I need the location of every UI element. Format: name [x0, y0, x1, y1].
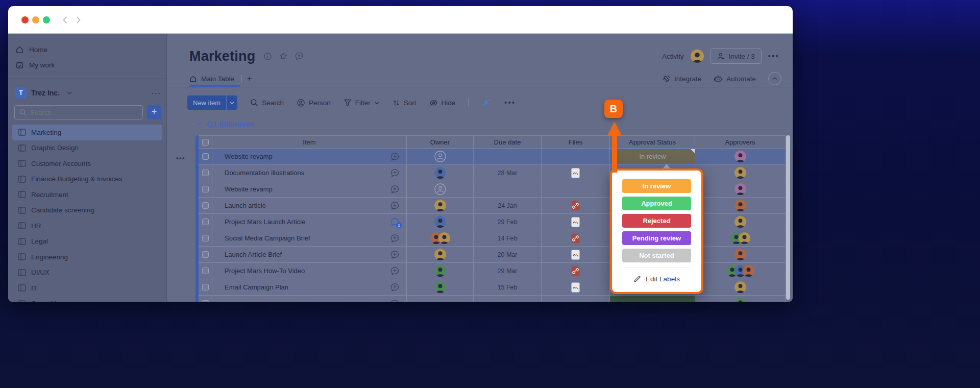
toolbar-more-icon[interactable]: •••: [504, 99, 516, 107]
row-checkbox[interactable]: [202, 284, 209, 290]
column-header-files[interactable]: Files: [542, 136, 610, 148]
due-date-cell[interactable]: 28 Mar: [474, 165, 542, 181]
edit-labels-button[interactable]: Edit Labels: [622, 272, 691, 285]
status-option-rejected[interactable]: Rejected: [622, 214, 691, 228]
sidebar-item-finance-budgeting-invoices[interactable]: Finance Budgeting & Invoices: [12, 172, 162, 187]
new-item-button[interactable]: New item: [187, 95, 237, 110]
add-update-icon[interactable]: [390, 233, 400, 243]
forward-icon[interactable]: [74, 15, 83, 25]
toolbar-sort-button[interactable]: Sort: [393, 99, 416, 107]
approvers-cell[interactable]: [695, 214, 786, 230]
due-date-cell[interactable]: 15 Feb: [474, 279, 542, 295]
add-update-icon[interactable]: [390, 152, 400, 161]
row-checkbox[interactable]: [202, 235, 209, 241]
toolbar-hide-button[interactable]: Hide: [429, 99, 456, 107]
sidebar-item-legal[interactable]: Legal: [12, 234, 162, 250]
table-row[interactable]: Website revampIn review: [199, 149, 786, 165]
ai-assistant-icon[interactable]: [481, 98, 492, 108]
item-cell[interactable]: [212, 296, 407, 302]
table-row[interactable]: [199, 296, 786, 302]
column-header-owner[interactable]: Owner: [407, 136, 474, 148]
add-update-icon[interactable]: [390, 250, 400, 259]
sidebar-item-graphic-design[interactable]: Graphic Design: [12, 140, 162, 156]
status-option-in-review[interactable]: In review: [622, 179, 691, 193]
owner-cell[interactable]: [407, 181, 474, 197]
approvers-cell[interactable]: [695, 165, 786, 181]
approvers-cell[interactable]: [695, 263, 786, 279]
sidebar-item-my-work[interactable]: My work: [8, 57, 166, 72]
doc-file-icon[interactable]: [571, 249, 580, 260]
minimize-window-button[interactable]: [32, 16, 39, 23]
integrate-button[interactable]: Integrate: [662, 75, 701, 83]
files-cell[interactable]: [542, 247, 610, 262]
workspace-menu-icon[interactable]: ···: [152, 89, 161, 97]
add-update-icon[interactable]: [390, 299, 400, 302]
row-checkbox[interactable]: [202, 186, 209, 192]
due-date-cell[interactable]: 20 Mar: [474, 247, 542, 262]
item-cell[interactable]: Documentation illustrations: [212, 165, 407, 181]
due-date-cell[interactable]: [474, 149, 542, 164]
approvers-cell[interactable]: [695, 296, 786, 302]
toolbar-person-button[interactable]: Person: [297, 99, 331, 107]
files-cell[interactable]: [542, 165, 610, 181]
add-update-icon[interactable]: [390, 266, 400, 276]
files-cell[interactable]: [542, 181, 610, 197]
automate-button[interactable]: Automate: [714, 74, 756, 83]
owner-cell[interactable]: [407, 279, 474, 295]
sidebar-item-ui-ux[interactable]: UI/UX: [12, 265, 162, 281]
item-cell[interactable]: Project Mars Launch Article1: [212, 214, 407, 230]
files-cell[interactable]: [542, 214, 610, 230]
files-cell[interactable]: [542, 296, 610, 302]
row-checkbox[interactable]: [202, 219, 209, 225]
link-file-icon[interactable]: [571, 233, 580, 244]
files-cell[interactable]: [542, 279, 610, 295]
group-header[interactable]: Q1 Initiatives: [195, 119, 254, 128]
add-update-icon[interactable]: [390, 282, 400, 292]
select-all-checkbox[interactable]: [202, 139, 209, 146]
zoom-window-button[interactable]: [43, 16, 50, 23]
column-header-due-date[interactable]: Due date: [474, 136, 542, 148]
add-update-icon[interactable]: [390, 201, 400, 210]
sidebar-item-marketing[interactable]: Marketing: [12, 125, 162, 140]
owner-cell[interactable]: [407, 165, 474, 181]
item-cell[interactable]: Email Campaign Plan: [212, 279, 407, 295]
back-icon[interactable]: [61, 15, 70, 25]
approvers-cell[interactable]: [695, 198, 786, 213]
due-date-cell[interactable]: [474, 181, 542, 197]
item-cell[interactable]: Project Mars How-To Video: [212, 263, 407, 279]
item-cell[interactable]: Launch Article Brief: [212, 247, 407, 262]
activity-button[interactable]: Activity: [662, 53, 684, 60]
toolbar-search-button[interactable]: Search: [250, 99, 284, 107]
sidebar-item-it[interactable]: IT: [12, 280, 162, 296]
toolbar-filter-button[interactable]: Filter: [344, 99, 380, 107]
board-discussion-icon[interactable]: [295, 52, 304, 61]
add-update-icon[interactable]: [390, 184, 400, 194]
info-icon[interactable]: [263, 52, 272, 61]
row-checkbox[interactable]: [202, 202, 209, 209]
due-date-cell[interactable]: 29 Mar: [474, 263, 542, 279]
add-board-button[interactable]: +: [147, 105, 161, 119]
sidebar-item-hr[interactable]: HR: [12, 218, 162, 234]
files-cell[interactable]: [542, 149, 610, 164]
status-option-approved[interactable]: Approved: [622, 197, 691, 210]
sidebar-item-home[interactable]: Home: [8, 42, 166, 57]
approvers-cell[interactable]: [695, 247, 786, 262]
row-checkbox[interactable]: [202, 300, 209, 302]
approvers-cell[interactable]: [695, 149, 786, 164]
owner-cell[interactable]: [407, 149, 474, 164]
favorite-star-icon[interactable]: [279, 52, 288, 61]
owner-cell[interactable]: [407, 214, 474, 230]
due-date-cell[interactable]: [474, 296, 542, 302]
row-checkbox[interactable]: [202, 268, 209, 274]
due-date-cell[interactable]: 29 Feb: [474, 214, 542, 230]
board-menu-icon[interactable]: •••: [768, 52, 779, 60]
files-cell[interactable]: [542, 230, 610, 246]
due-date-cell[interactable]: 24 Jan: [474, 198, 542, 213]
sidebar-item-consulting[interactable]: Consulting: [12, 296, 162, 302]
doc-file-icon[interactable]: [571, 282, 580, 293]
approval-status-cell[interactable]: [610, 296, 695, 302]
item-cell[interactable]: Website revamp: [212, 181, 407, 197]
add-view-button[interactable]: +: [247, 74, 252, 83]
activity-avatar[interactable]: [691, 50, 704, 63]
files-cell[interactable]: [542, 263, 610, 279]
